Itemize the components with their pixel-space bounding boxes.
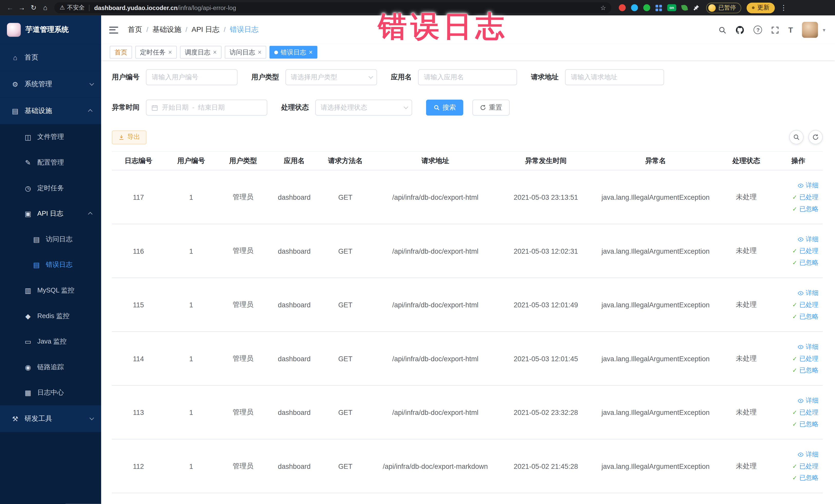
sidebar-item-java-monitor[interactable]: ▭ Java 监控 [0,329,101,354]
sidebar-item-home[interactable]: ⌂ 首页 [0,44,101,71]
tab-schedule-logs[interactable]: 调度日志 × [180,46,222,59]
search-icon[interactable] [718,26,727,34]
detail-link[interactable]: 详细 [798,342,819,351]
font-size-icon[interactable]: T [788,26,793,34]
extension-icon-red[interactable] [619,4,626,11]
bookmark-star-icon[interactable]: ☆ [600,4,606,12]
extension-icon-on-badge[interactable]: on [667,4,676,11]
extension-icon-leaf[interactable] [681,4,688,11]
toggle-search-button[interactable] [789,130,804,144]
fullscreen-icon[interactable] [771,26,779,34]
breadcrumb-item[interactable]: API 日志 [191,25,220,35]
tab-home[interactable]: 首页 [109,46,132,59]
extension-icon-green[interactable] [643,4,650,11]
request-url-input[interactable] [565,69,664,85]
close-icon[interactable]: × [309,49,313,56]
breadcrumb-item[interactable]: 基础设施 [152,25,181,35]
mark-ignored-link[interactable]: ✓已忽略 [792,312,819,321]
help-icon[interactable]: ? [754,26,762,34]
back-icon[interactable]: ← [4,4,16,12]
close-icon[interactable]: × [258,49,262,56]
forward-icon[interactable]: → [16,4,28,12]
tab-label: 调度日志 [185,48,210,57]
user-avatar[interactable] [802,22,818,38]
collapse-sidebar-icon[interactable] [109,26,118,33]
mark-processed-link[interactable]: ✓已处理 [792,193,819,202]
close-icon[interactable]: × [213,49,217,56]
user-type-select[interactable]: 请选择用户类型 [285,69,377,85]
tab-scheduled-tasks[interactable]: 定时任务 × [135,46,177,59]
browser-update-button[interactable]: 更新 [747,2,775,13]
cell-user-type: 管理员 [217,300,269,309]
mark-processed-link[interactable]: ✓已处理 [792,408,819,417]
process-status-select[interactable]: 请选择处理状态 [315,100,412,116]
sidebar-item-redis-monitor[interactable]: ◆ Redis 监控 [0,303,101,329]
sidebar-item-access-logs[interactable]: ▤ 访问日志 [0,226,101,252]
avatar-caret-icon[interactable]: ▾ [823,27,825,33]
cell-user-id: 1 [165,193,217,201]
sidebar-item-infrastructure[interactable]: ▤ 基础设施 [0,98,101,124]
filter-app-name: 应用名 [391,69,517,85]
mark-processed-link[interactable]: ✓已处理 [792,354,819,363]
cell-exception: java.lang.IllegalArgumentException [592,193,719,201]
close-icon[interactable]: × [168,49,172,56]
extensions-pin-icon[interactable] [693,4,700,11]
address-bar[interactable]: ⚠ 不安全 dashboard.yudao.iocoder.cn/infra/l… [55,2,611,13]
user-id-input[interactable] [146,69,238,85]
mark-ignored-link[interactable]: ✓已忽略 [792,420,819,428]
extension-icon-grid[interactable] [656,5,662,11]
sidebar-item-api-logs[interactable]: ▣ API 日志 [0,201,101,226]
mark-processed-link[interactable]: ✓已处理 [792,246,819,256]
detail-link[interactable]: 详细 [798,288,819,297]
tab-error-logs[interactable]: 错误日志 × [269,46,318,59]
app-logo[interactable]: 芋道管理系统 [0,15,101,44]
app-name-input[interactable] [418,69,517,85]
detail-link[interactable]: 详细 [798,181,819,190]
mark-ignored-link[interactable]: ✓已忽略 [792,366,819,375]
detail-link[interactable]: 详细 [798,235,819,244]
request-url-label: 请求地址 [531,73,558,82]
date-range-picker[interactable]: 开始日期 - 结束日期 [146,100,267,116]
sidebar-item-config-management[interactable]: ✎ 配置管理 [0,150,101,175]
home-icon[interactable]: ⌂ [40,4,51,12]
date-end-placeholder[interactable]: 结束日期 [198,103,225,112]
reset-button[interactable]: 重置 [472,100,510,116]
url-text[interactable]: dashboard.yudao.iocoder.cn/infra/log/api… [94,5,236,11]
detail-link[interactable]: 详细 [798,450,819,459]
browser-menu-icon[interactable]: ⋮ [780,4,787,12]
sidebar-item-mysql-monitor[interactable]: ▥ MySQL 监控 [0,278,101,303]
reload-icon[interactable]: ↻ [28,4,40,12]
cell-method: GET [320,355,371,363]
breadcrumb-item[interactable]: 首页 [128,25,142,35]
sidebar-item-dev-tools[interactable]: ⚒ 研发工具 [0,405,101,432]
mark-ignored-link[interactable]: ✓已忽略 [792,473,819,482]
mark-processed-link[interactable]: ✓已处理 [792,300,819,309]
sidebar-item-label: 定时任务 [37,184,64,193]
detail-link[interactable]: 详细 [798,396,819,405]
reset-button-label: 重置 [489,103,502,112]
cell-user-type: 管理员 [217,407,269,417]
sidebar-item-tracing[interactable]: ◉ 链路追踪 [0,354,101,380]
cell-actions: 详细 ✓已处理 ✓已忽略 [774,396,823,428]
refresh-button[interactable] [808,130,823,144]
security-label[interactable]: 不安全 [67,4,84,12]
sidebar-item-file-management[interactable]: ◫ 文件管理 [0,124,101,150]
github-icon[interactable] [736,25,745,35]
sidebar-item-system-management[interactable]: ⚙ 系统管理 [0,71,101,98]
sidebar-item-log-center[interactable]: ▦ 日志中心 [0,380,101,405]
sidebar-item-label: 研发工具 [24,414,52,423]
mark-ignored-link[interactable]: ✓已忽略 [792,204,819,213]
table-row: 113 1 管理员 dashboard GET /api/infra/db-do… [112,386,823,440]
profile-paused-badge[interactable]: 已暂停 [706,2,741,13]
sidebar-item-scheduled-tasks[interactable]: ◷ 定时任务 [0,175,101,201]
processed-label: 已处理 [799,246,819,256]
date-start-placeholder[interactable]: 开始日期 [162,103,189,112]
sidebar-item-error-logs[interactable]: ▤ 错误日志 [0,252,101,278]
mark-processed-link[interactable]: ✓已处理 [792,462,819,471]
app-window: 芋道管理系统 ⌂ 首页 ⚙ 系统管理 ▤ 基础设施 ◫ 文件管理 ✎ [0,15,835,504]
tab-access-logs[interactable]: 访问日志 × [225,46,266,59]
extension-icon-blue[interactable] [631,4,638,11]
search-button[interactable]: 搜索 [426,100,463,116]
mark-ignored-link[interactable]: ✓已忽略 [792,258,819,267]
export-button[interactable]: 导出 [112,130,147,144]
